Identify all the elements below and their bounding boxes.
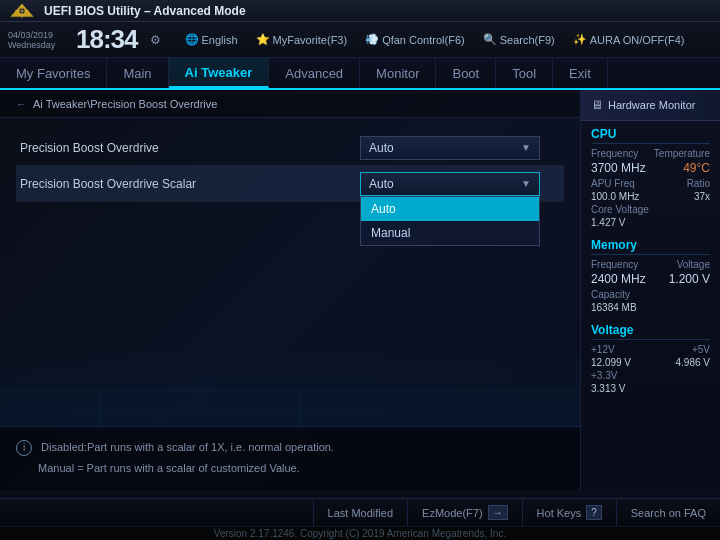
apu-freq-ratio-header: APU Freq Ratio: [591, 178, 710, 189]
tab-exit[interactable]: Exit: [553, 58, 608, 88]
cpu-section-title: CPU: [591, 127, 710, 144]
option-manual[interactable]: Manual: [361, 221, 539, 245]
pbo-scalar-value: Auto: [369, 177, 394, 191]
window-title: UEFI BIOS Utility – Advanced Mode: [44, 4, 712, 18]
apu-freq-ratio-values: 100.0 MHz 37x: [591, 191, 710, 202]
clock-gear-icon[interactable]: ⚙: [150, 33, 161, 47]
setting-row-pbo-scalar: Precision Boost Overdrive Scalar Auto ▼ …: [16, 166, 564, 202]
info-line-1: i Disabled:Part runs with a scalar of 1X…: [16, 439, 564, 457]
mem-freq-label: Frequency: [591, 259, 638, 270]
search-faq-item[interactable]: Search on FAQ: [616, 499, 720, 526]
tab-advanced[interactable]: Advanced: [269, 58, 360, 88]
apu-freq-value: 100.0 MHz: [591, 191, 639, 202]
volt-33v-label: +3.3V: [591, 370, 617, 381]
mem-cap-value: 16384 MB: [591, 302, 710, 313]
search-icon: 🔍: [483, 33, 497, 46]
sidebar-header: 🖥 Hardware Monitor: [581, 90, 720, 121]
volt-12v-value: 12.099 V: [591, 357, 631, 368]
toolbar-qfan[interactable]: 💨 Qfan Control(F6): [361, 31, 469, 48]
mem-freq-value: 2400 MHz: [591, 272, 646, 286]
tab-main[interactable]: Main: [107, 58, 168, 88]
pbo-scalar-dropdown[interactable]: Auto ▼: [360, 172, 540, 196]
toolbar-search[interactable]: 🔍 Search(F9): [479, 31, 559, 48]
volt-5v-value: 4.986 V: [676, 357, 710, 368]
status-bar-items: Last Modified EzMode(F7) → Hot Keys ? Se…: [313, 499, 720, 526]
tab-boot[interactable]: Boot: [436, 58, 496, 88]
nav-bar: My Favorites Main Ai Tweaker Advanced Mo…: [0, 58, 720, 90]
content-area: ← Ai Tweaker\Precision Boost Overdrive P…: [0, 90, 580, 490]
toolbar-language[interactable]: 🌐 English: [181, 31, 242, 48]
hotkeys-key: ?: [586, 505, 602, 520]
last-modified-item[interactable]: Last Modified: [313, 499, 407, 526]
ezmode-item[interactable]: EzMode(F7) →: [407, 499, 522, 526]
date-display: 04/03/2019 Wednesday: [8, 30, 64, 50]
info-box: i Disabled:Part runs with a scalar of 1X…: [0, 426, 580, 490]
volt-33-value: 3.313 V: [591, 383, 710, 394]
volt-12-5-values: 12.099 V 4.986 V: [591, 357, 710, 368]
top-bar: UEFI BIOS Utility – Advanced Mode: [0, 0, 720, 22]
aura-label: AURA ON/OFF(F4): [590, 34, 685, 46]
pbo-scalar-options: Auto Manual: [360, 196, 540, 246]
mem-cap-header: Capacity: [591, 289, 710, 300]
apu-ratio-value: 37x: [694, 191, 710, 202]
language-icon: 🌐: [185, 33, 199, 46]
version-bar: Version 2.17.1246. Copyright (C) 2019 Am…: [0, 526, 720, 540]
cpu-section: CPU Frequency Temperature 3700 MHz 49°C …: [581, 121, 720, 232]
qfan-label: Qfan Control(F6): [382, 34, 465, 46]
pbo-control: Auto ▼: [360, 136, 560, 160]
toolbar-myfavorite[interactable]: ⭐ MyFavorite(F3): [252, 31, 352, 48]
pbo-scalar-arrow: ▼: [521, 178, 531, 189]
mem-volt-label: Voltage: [677, 259, 710, 270]
tab-ai-tweaker[interactable]: Ai Tweaker: [169, 58, 270, 88]
status-bar: Last Modified EzMode(F7) → Hot Keys ? Se…: [0, 498, 720, 526]
breadcrumb-path: Ai Tweaker\Precision Boost Overdrive: [33, 98, 217, 110]
toolbar-aura[interactable]: ✨ AURA ON/OFF(F4): [569, 31, 689, 48]
option-auto[interactable]: Auto: [361, 197, 539, 221]
mem-freq-volt-values: 2400 MHz 1.200 V: [591, 272, 710, 287]
back-arrow-icon[interactable]: ←: [16, 98, 27, 110]
ezmode-key: →: [488, 505, 508, 520]
mem-freq-volt-header: Frequency Voltage: [591, 259, 710, 270]
tab-my-favorites[interactable]: My Favorites: [0, 58, 107, 88]
core-volt-value: 1.427 V: [591, 217, 625, 228]
hotkeys-item[interactable]: Hot Keys ?: [522, 499, 616, 526]
voltage-section: Voltage +12V +5V 12.099 V 4.986 V +3.3V …: [581, 317, 720, 398]
settings-panel: Precision Boost Overdrive Auto ▼ Precisi…: [0, 118, 580, 214]
mem-volt-value: 1.200 V: [669, 272, 710, 286]
pbo-scalar-dropdown-container: Auto ▼ Auto Manual: [360, 172, 560, 196]
cpu-temp-label: Temperature: [654, 148, 710, 159]
memory-section-title: Memory: [591, 238, 710, 255]
favorite-icon: ⭐: [256, 33, 270, 46]
cpu-freq-label: Frequency: [591, 148, 638, 159]
search-faq-label: Search on FAQ: [631, 507, 706, 519]
cpu-freq-temp-header: Frequency Temperature: [591, 148, 710, 159]
monitor-icon: 🖥: [591, 98, 603, 112]
pbo-scalar-label: Precision Boost Overdrive Scalar: [20, 177, 360, 191]
version-text: Version 2.17.1246. Copyright (C) 2019 Am…: [214, 528, 506, 539]
pbo-dropdown-arrow: ▼: [521, 142, 531, 153]
apu-freq-label: APU Freq: [591, 178, 635, 189]
volt-33-header: +3.3V: [591, 370, 710, 381]
hardware-monitor-sidebar: 🖥 Hardware Monitor CPU Frequency Tempera…: [580, 90, 720, 490]
core-volt-label: Core Voltage: [591, 204, 649, 215]
volt-12-5-header: +12V +5V: [591, 344, 710, 355]
main-layout: ← Ai Tweaker\Precision Boost Overdrive P…: [0, 90, 720, 490]
core-voltage-value: 1.427 V: [591, 217, 710, 228]
sidebar-title: Hardware Monitor: [608, 99, 695, 111]
tab-tool[interactable]: Tool: [496, 58, 553, 88]
clock-bar: 04/03/2019 Wednesday 18:34 ⚙ 🌐 English ⭐…: [0, 22, 720, 58]
setting-row-pbo: Precision Boost Overdrive Auto ▼: [16, 130, 564, 166]
mem-cap-label: Capacity: [591, 289, 630, 300]
time-display: 18:34: [76, 24, 138, 55]
voltage-section-title: Voltage: [591, 323, 710, 340]
pbo-dropdown[interactable]: Auto ▼: [360, 136, 540, 160]
language-label: English: [202, 34, 238, 46]
aura-icon: ✨: [573, 33, 587, 46]
info-line-2: Manual = Part runs with a scalar of cust…: [16, 460, 564, 478]
cpu-freq-temp-values: 3700 MHz 49°C: [591, 161, 710, 176]
toolbar: 🌐 English ⭐ MyFavorite(F3) 💨 Qfan Contro…: [181, 31, 689, 48]
cpu-freq-value: 3700 MHz: [591, 161, 646, 175]
fan-icon: 💨: [365, 33, 379, 46]
hotkeys-label: Hot Keys: [537, 507, 582, 519]
tab-monitor[interactable]: Monitor: [360, 58, 436, 88]
